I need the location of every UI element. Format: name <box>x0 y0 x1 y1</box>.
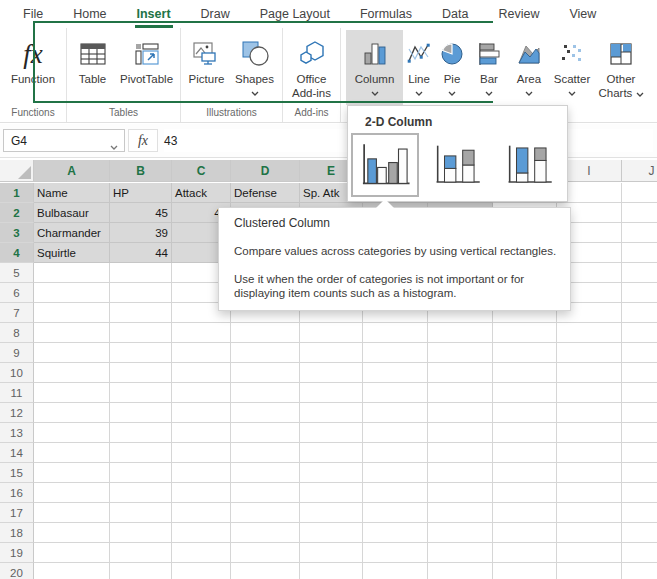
cell-D13[interactable] <box>231 423 300 443</box>
function-button[interactable]: fx Function <box>2 30 64 105</box>
cell-F14[interactable] <box>363 443 428 463</box>
cell-G20[interactable] <box>428 563 493 579</box>
cell-G13[interactable] <box>428 423 493 443</box>
cell-J20[interactable] <box>622 563 657 579</box>
cell-J13[interactable] <box>622 423 657 443</box>
cell-J4[interactable] <box>622 243 657 263</box>
row-header-15[interactable]: 15 <box>0 463 34 483</box>
cell-C17[interactable] <box>172 503 231 523</box>
cell-A8[interactable] <box>34 323 110 343</box>
cell-J19[interactable] <box>622 543 657 563</box>
cell-H12[interactable] <box>493 403 557 423</box>
cell-C9[interactable] <box>172 343 231 363</box>
cell-B17[interactable] <box>110 503 172 523</box>
pivottable-button[interactable]: PivotTable <box>116 30 178 105</box>
cell-B9[interactable] <box>110 343 172 363</box>
row-header-5[interactable]: 5 <box>0 263 34 283</box>
tab-data[interactable]: Data <box>427 0 483 28</box>
cell-C10[interactable] <box>172 363 231 383</box>
shapes-button[interactable]: Shapes <box>230 30 280 105</box>
cell-J11[interactable] <box>622 383 657 403</box>
cell-D11[interactable] <box>231 383 300 403</box>
picture-button[interactable]: Picture <box>184 30 230 105</box>
cell-I15[interactable] <box>557 463 622 483</box>
cell-A16[interactable] <box>34 483 110 503</box>
row-header-1[interactable]: 1 <box>0 183 34 203</box>
tab-file[interactable]: File <box>8 0 58 28</box>
row-header-6[interactable]: 6 <box>0 283 34 303</box>
cell-B19[interactable] <box>110 543 172 563</box>
cell-J10[interactable] <box>622 363 657 383</box>
table-button[interactable]: Table <box>70 30 116 105</box>
row-header-12[interactable]: 12 <box>0 403 34 423</box>
cell-I18[interactable] <box>557 523 622 543</box>
cell-I20[interactable] <box>557 563 622 579</box>
cell-B1[interactable]: HP <box>110 183 172 203</box>
cell-J9[interactable] <box>622 343 657 363</box>
tab-review[interactable]: Review <box>483 0 554 28</box>
cell-J16[interactable] <box>622 483 657 503</box>
cell-C1[interactable]: Attack <box>172 183 231 203</box>
column-header-D[interactable]: D <box>231 160 300 182</box>
row-header-10[interactable]: 10 <box>0 363 34 383</box>
row-header-7[interactable]: 7 <box>0 303 34 323</box>
cell-C16[interactable] <box>172 483 231 503</box>
cell-C14[interactable] <box>172 443 231 463</box>
cell-A2[interactable]: Bulbasaur <box>34 203 110 223</box>
cell-G14[interactable] <box>428 443 493 463</box>
cell-G19[interactable] <box>428 543 493 563</box>
cell-A15[interactable] <box>34 463 110 483</box>
cell-B11[interactable] <box>110 383 172 403</box>
cell-F11[interactable] <box>363 383 428 403</box>
cell-D1[interactable]: Defense <box>231 183 300 203</box>
insert-function-button[interactable]: fx <box>128 129 158 152</box>
cell-H17[interactable] <box>493 503 557 523</box>
line-chart-button[interactable]: Line <box>403 30 435 105</box>
cell-I14[interactable] <box>557 443 622 463</box>
cell-J7[interactable] <box>622 303 657 323</box>
cell-B15[interactable] <box>110 463 172 483</box>
cell-E18[interactable] <box>300 523 363 543</box>
stacked-column-option[interactable] <box>423 133 491 197</box>
cell-D9[interactable] <box>231 343 300 363</box>
name-box[interactable]: G4 <box>3 129 125 152</box>
cell-B3[interactable]: 39 <box>110 223 172 243</box>
cell-I11[interactable] <box>557 383 622 403</box>
row-header-14[interactable]: 14 <box>0 443 34 463</box>
cell-A6[interactable] <box>34 283 110 303</box>
cell-D17[interactable] <box>231 503 300 523</box>
cell-H10[interactable] <box>493 363 557 383</box>
cell-I12[interactable] <box>557 403 622 423</box>
cell-A12[interactable] <box>34 403 110 423</box>
tab-page-layout[interactable]: Page Layout <box>245 0 345 28</box>
cell-B12[interactable] <box>110 403 172 423</box>
row-header-2[interactable]: 2 <box>0 203 34 223</box>
cell-D15[interactable] <box>231 463 300 483</box>
cell-E13[interactable] <box>300 423 363 443</box>
column-header-B[interactable]: B <box>110 160 172 182</box>
cell-D19[interactable] <box>231 543 300 563</box>
cell-B8[interactable] <box>110 323 172 343</box>
cell-I16[interactable] <box>557 483 622 503</box>
row-header-16[interactable]: 16 <box>0 483 34 503</box>
row-header-4[interactable]: 4 <box>0 243 34 263</box>
tab-insert[interactable]: Insert <box>122 0 186 28</box>
cell-F18[interactable] <box>363 523 428 543</box>
cell-F15[interactable] <box>363 463 428 483</box>
cell-E12[interactable] <box>300 403 363 423</box>
cell-B4[interactable]: 44 <box>110 243 172 263</box>
cell-H18[interactable] <box>493 523 557 543</box>
cell-B6[interactable] <box>110 283 172 303</box>
cell-D18[interactable] <box>231 523 300 543</box>
column-header-J[interactable]: J <box>622 160 657 182</box>
area-chart-button[interactable]: Area <box>509 30 549 105</box>
cell-F8[interactable] <box>363 323 428 343</box>
tab-home[interactable]: Home <box>58 0 121 28</box>
office-addins-button[interactable]: Office Add-ins <box>285 30 339 105</box>
cell-D8[interactable] <box>231 323 300 343</box>
cell-E16[interactable] <box>300 483 363 503</box>
cell-E17[interactable] <box>300 503 363 523</box>
cell-E14[interactable] <box>300 443 363 463</box>
cell-A1[interactable]: Name <box>34 183 110 203</box>
row-header-11[interactable]: 11 <box>0 383 34 403</box>
